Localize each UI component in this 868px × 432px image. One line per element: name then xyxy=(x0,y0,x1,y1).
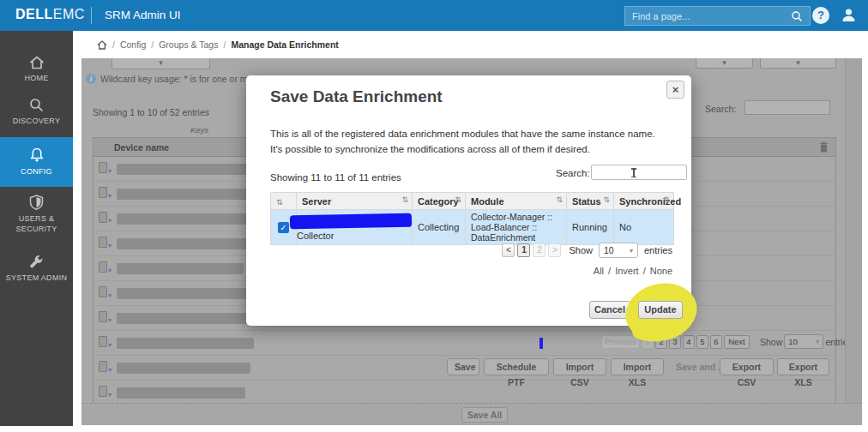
export-xls-button[interactable]: Export XLS xyxy=(777,358,829,375)
sort-icon[interactable]: ⇅ xyxy=(603,195,610,204)
sort-icon[interactable]: ⇅ xyxy=(556,195,563,204)
discovery-search-icon xyxy=(29,98,44,112)
select-column-header[interactable]: ⇅ xyxy=(271,193,297,210)
sort-icon[interactable]: ⇅ xyxy=(401,195,408,204)
export-csv-button[interactable]: Export CSV xyxy=(720,358,774,375)
import-csv-button[interactable]: Import CSV xyxy=(553,358,606,375)
device-dropdown-icon[interactable]: ▾ xyxy=(99,161,112,177)
server-column-header[interactable]: Server⇅ xyxy=(297,193,413,210)
synchronized-column-header[interactable]: Synchronized⇅ xyxy=(614,193,674,210)
sidebar-item-label: HOME xyxy=(21,73,51,83)
sidebar-item-system-admin[interactable]: SYSTEM ADMIN xyxy=(0,245,73,293)
category-cell: Collecting xyxy=(413,210,466,245)
breadcrumb-home-icon[interactable] xyxy=(97,40,107,50)
sidebar-item-config[interactable]: CONFIG xyxy=(0,137,73,187)
modal-page-button-2[interactable]: 2 xyxy=(533,243,546,257)
page-button-5[interactable]: 5 xyxy=(696,335,708,349)
device-dropdown-icon[interactable]: ▾ xyxy=(99,186,112,201)
redacted-device-name xyxy=(117,338,254,349)
import-xls-button[interactable]: Import XLS xyxy=(611,358,664,375)
device-dropdown-icon[interactable]: ▾ xyxy=(99,335,112,351)
modal-prev-page-button[interactable]: < xyxy=(502,243,515,257)
help-icon[interactable]: ? xyxy=(812,7,829,24)
category-column-header[interactable]: Category⇅ xyxy=(413,193,466,210)
search-placeholder: Find a page... xyxy=(632,11,791,21)
save-data-enrichment-modal: × Save Data Enrichment This is all of th… xyxy=(246,75,691,326)
caret-down-icon: ▾ xyxy=(722,58,726,67)
column-label: Status xyxy=(572,196,601,207)
modal-description: This is all of the registered data enric… xyxy=(270,127,666,158)
bell-icon xyxy=(29,147,45,163)
caret-down-icon: ▾ xyxy=(159,58,163,67)
module-cell: Collector-Manager :: Load-Balancer :: Da… xyxy=(466,210,567,245)
sort-icon[interactable]: ⇅ xyxy=(663,195,670,204)
modal-page-size-select[interactable]: 10▾ xyxy=(599,243,638,258)
select-invert-link[interactable]: Invert xyxy=(615,266,639,276)
caret-down-icon: ▾ xyxy=(630,247,633,255)
status-cell: Running xyxy=(567,210,614,245)
blue-redaction-mark xyxy=(539,338,543,349)
cancel-button[interactable]: Cancel xyxy=(589,301,630,319)
sidebar-item-users-security[interactable]: USERS & SECURITY xyxy=(0,190,73,238)
device-dropdown-icon[interactable]: ▾ xyxy=(99,236,112,251)
modal-page-button-1[interactable]: 1 xyxy=(517,243,530,257)
user-account-icon[interactable] xyxy=(841,7,857,23)
truncated-control-2[interactable]: ▾ xyxy=(760,58,836,69)
scrollbar[interactable] xyxy=(845,58,862,403)
shield-icon xyxy=(29,195,44,210)
device-dropdown-icon[interactable]: ▾ xyxy=(99,285,112,301)
truncated-control-1[interactable]: ▾ xyxy=(696,58,753,69)
save-all-button[interactable]: Save All xyxy=(461,407,508,423)
table-row[interactable]: ✓ Collector Collecting Collector-Manager… xyxy=(271,210,674,245)
schedule-ptf-button[interactable]: Schedule PTF xyxy=(484,358,549,375)
save-button[interactable]: Save xyxy=(447,358,479,375)
next-page-button[interactable]: Next xyxy=(724,335,750,349)
truncated-dropdown[interactable]: ▾ xyxy=(112,58,210,69)
page-button-4[interactable]: 4 xyxy=(683,335,695,349)
update-button[interactable]: Update xyxy=(638,301,683,319)
modal-next-page-button[interactable]: > xyxy=(548,243,561,257)
checkbox-checked-icon[interactable]: ✓ xyxy=(278,222,289,233)
caret-down-icon: ▾ xyxy=(816,338,819,345)
column-label: Category xyxy=(418,196,459,207)
breadcrumb-link-config[interactable]: Config xyxy=(120,39,146,50)
modal-title: Save Data Enrichment xyxy=(270,87,443,106)
search-icon[interactable] xyxy=(791,10,803,22)
page-button-6[interactable]: 6 xyxy=(710,335,722,349)
redacted-device-name xyxy=(117,213,261,225)
redacted-device-name xyxy=(117,313,262,324)
sidebar-item-discovery[interactable]: DISCOVERY xyxy=(0,93,73,132)
dellemc-logo: DELLEMC xyxy=(15,7,85,22)
logo-dell: DELL xyxy=(15,7,53,21)
device-dropdown-icon[interactable]: ▾ xyxy=(99,261,112,276)
show-label: Show xyxy=(760,337,782,347)
sidebar-item-home[interactable]: HOME xyxy=(0,50,73,89)
wrench-icon xyxy=(29,255,44,269)
device-dropdown-icon[interactable]: ▾ xyxy=(99,211,112,226)
close-icon[interactable]: × xyxy=(666,81,684,99)
header-divider xyxy=(91,7,92,24)
redacted-device-name xyxy=(117,288,247,299)
sidebar-content-gap xyxy=(73,31,81,426)
device-name-column-header[interactable]: Device name xyxy=(114,142,169,153)
page-search-input[interactable] xyxy=(744,100,830,115)
sort-icon[interactable]: ⇅ xyxy=(276,198,283,207)
trash-icon[interactable] xyxy=(819,141,829,153)
select-all-link[interactable]: All xyxy=(594,266,604,276)
modal-search-input[interactable] xyxy=(591,165,687,180)
home-icon xyxy=(29,56,45,69)
app-title: SRM Admin UI xyxy=(105,9,181,21)
device-dropdown-icon[interactable]: ▾ xyxy=(99,360,112,375)
breadcrumb-separator: / xyxy=(223,39,226,50)
logo-emc: EMC xyxy=(53,7,85,21)
breadcrumb-link-groups-tags[interactable]: Groups & Tags xyxy=(159,39,218,50)
status-column-header[interactable]: Status⇅ xyxy=(567,193,614,210)
device-dropdown-icon[interactable]: ▾ xyxy=(99,385,112,400)
device-dropdown-icon[interactable]: ▾ xyxy=(99,310,112,326)
page-size-value: 10 xyxy=(788,337,798,346)
module-column-header[interactable]: Module⇅ xyxy=(466,193,567,210)
find-page-search[interactable]: Find a page... xyxy=(624,6,811,26)
select-none-link[interactable]: None xyxy=(650,266,672,276)
sort-icon[interactable]: ⇅ xyxy=(455,195,461,204)
page-size-select[interactable]: 10▾ xyxy=(784,334,823,349)
